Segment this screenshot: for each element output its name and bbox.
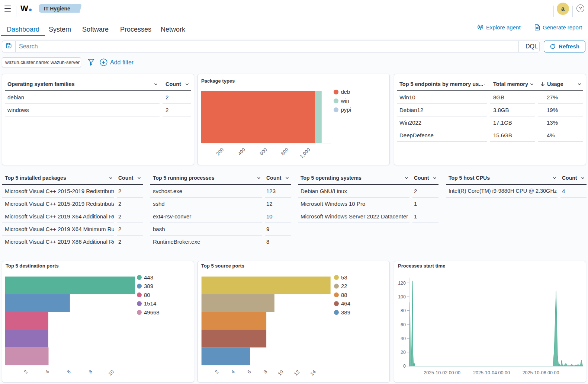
svg-text:14: 14 [309, 369, 317, 377]
svg-text:10: 10 [277, 369, 285, 377]
svg-text:40: 40 [401, 336, 406, 341]
svg-text:464: 464 [341, 300, 350, 307]
svg-text:20: 20 [401, 350, 406, 355]
svg-text:win: win [340, 97, 349, 104]
svg-text:2: 2 [214, 369, 220, 375]
svg-text:0: 0 [403, 364, 406, 369]
svg-text:4: 4 [44, 369, 50, 375]
svg-text:2025-10-02 00:00: 2025-10-02 00:00 [424, 370, 460, 375]
svg-text:2: 2 [23, 369, 29, 375]
svg-text:389: 389 [341, 309, 350, 316]
svg-text:1,000: 1,000 [299, 147, 311, 160]
svg-text:80: 80 [401, 308, 406, 313]
svg-text:1514: 1514 [144, 300, 156, 307]
svg-text:12: 12 [293, 369, 301, 377]
svg-text:8: 8 [87, 369, 93, 375]
svg-text:400: 400 [237, 147, 246, 157]
svg-text:120: 120 [398, 281, 406, 286]
svg-text:2025-10-06 00:00: 2025-10-06 00:00 [523, 370, 559, 375]
svg-text:800: 800 [280, 147, 290, 157]
svg-text:80: 80 [144, 292, 150, 298]
svg-text:4: 4 [230, 369, 236, 375]
svg-text:389: 389 [144, 283, 153, 289]
svg-text:60: 60 [401, 322, 406, 327]
svg-text:88: 88 [341, 292, 347, 298]
svg-text:22: 22 [341, 283, 347, 289]
svg-text:49668: 49668 [144, 309, 160, 316]
svg-text:6: 6 [66, 369, 72, 375]
svg-text:600: 600 [258, 147, 268, 157]
svg-text:8: 8 [262, 369, 268, 375]
svg-text:200: 200 [215, 147, 225, 157]
svg-text:443: 443 [144, 274, 153, 281]
svg-text:10: 10 [107, 369, 115, 377]
svg-text:53: 53 [341, 274, 347, 281]
svg-text:2025-10-04 00:00: 2025-10-04 00:00 [473, 370, 510, 375]
svg-text:100: 100 [398, 294, 406, 300]
svg-text:6: 6 [246, 369, 252, 375]
svg-text:deb: deb [341, 89, 350, 95]
svg-text:pypi: pypi [341, 106, 351, 113]
